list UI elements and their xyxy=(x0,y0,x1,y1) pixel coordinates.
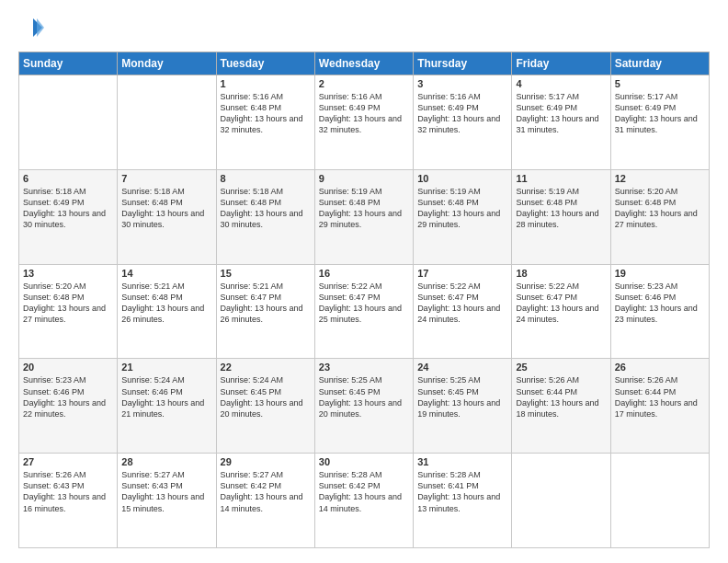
calendar-cell: 4Sunrise: 5:17 AM Sunset: 6:49 PM Daylig… xyxy=(512,75,610,170)
day-number: 2 xyxy=(319,78,409,89)
dow-header-monday: Monday xyxy=(118,52,216,75)
day-detail: Sunrise: 5:16 AM Sunset: 6:49 PM Dayligh… xyxy=(417,91,507,136)
day-detail: Sunrise: 5:19 AM Sunset: 6:48 PM Dayligh… xyxy=(319,186,409,231)
day-detail: Sunrise: 5:23 AM Sunset: 6:46 PM Dayligh… xyxy=(615,281,705,326)
calendar-cell: 21Sunrise: 5:24 AM Sunset: 6:46 PM Dayli… xyxy=(118,359,216,454)
calendar-cell: 3Sunrise: 5:16 AM Sunset: 6:49 PM Daylig… xyxy=(414,75,512,170)
day-detail: Sunrise: 5:27 AM Sunset: 6:42 PM Dayligh… xyxy=(221,469,311,514)
day-number: 8 xyxy=(221,173,311,184)
calendar-cell: 29Sunrise: 5:27 AM Sunset: 6:42 PM Dayli… xyxy=(216,454,314,548)
calendar-cell xyxy=(118,75,216,170)
day-detail: Sunrise: 5:19 AM Sunset: 6:48 PM Dayligh… xyxy=(417,186,507,231)
calendar-cell: 27Sunrise: 5:26 AM Sunset: 6:43 PM Dayli… xyxy=(19,454,118,548)
day-detail: Sunrise: 5:26 AM Sunset: 6:44 PM Dayligh… xyxy=(516,374,606,419)
calendar-cell: 16Sunrise: 5:22 AM Sunset: 6:47 PM Dayli… xyxy=(314,264,413,359)
calendar-cell: 14Sunrise: 5:21 AM Sunset: 6:48 PM Dayli… xyxy=(118,264,216,359)
day-detail: Sunrise: 5:22 AM Sunset: 6:47 PM Dayligh… xyxy=(417,281,507,326)
day-detail: Sunrise: 5:28 AM Sunset: 6:42 PM Dayligh… xyxy=(319,469,409,514)
day-detail: Sunrise: 5:25 AM Sunset: 6:45 PM Dayligh… xyxy=(417,374,507,419)
calendar-cell: 26Sunrise: 5:26 AM Sunset: 6:44 PM Dayli… xyxy=(610,359,709,454)
calendar-cell: 8Sunrise: 5:18 AM Sunset: 6:48 PM Daylig… xyxy=(216,169,314,264)
day-number: 29 xyxy=(221,456,311,467)
day-number: 28 xyxy=(121,456,211,467)
dow-header-sunday: Sunday xyxy=(19,52,118,75)
day-detail: Sunrise: 5:21 AM Sunset: 6:47 PM Dayligh… xyxy=(221,281,311,326)
day-number: 21 xyxy=(121,362,211,373)
logo xyxy=(18,15,48,40)
day-of-week-row: SundayMondayTuesdayWednesdayThursdayFrid… xyxy=(19,52,710,75)
day-detail: Sunrise: 5:24 AM Sunset: 6:46 PM Dayligh… xyxy=(121,374,211,419)
day-detail: Sunrise: 5:24 AM Sunset: 6:45 PM Dayligh… xyxy=(221,374,311,419)
dow-header-friday: Friday xyxy=(512,52,610,75)
calendar-cell: 10Sunrise: 5:19 AM Sunset: 6:48 PM Dayli… xyxy=(414,169,512,264)
day-number: 30 xyxy=(319,456,409,467)
calendar-cell: 23Sunrise: 5:25 AM Sunset: 6:45 PM Dayli… xyxy=(314,359,413,454)
dow-header-tuesday: Tuesday xyxy=(216,52,314,75)
week-row-1: 1Sunrise: 5:16 AM Sunset: 6:48 PM Daylig… xyxy=(19,75,710,170)
calendar-cell: 7Sunrise: 5:18 AM Sunset: 6:48 PM Daylig… xyxy=(118,169,216,264)
day-detail: Sunrise: 5:18 AM Sunset: 6:48 PM Dayligh… xyxy=(121,186,211,231)
calendar-cell: 1Sunrise: 5:16 AM Sunset: 6:48 PM Daylig… xyxy=(216,75,314,170)
calendar-cell: 25Sunrise: 5:26 AM Sunset: 6:44 PM Dayli… xyxy=(512,359,610,454)
week-row-5: 27Sunrise: 5:26 AM Sunset: 6:43 PM Dayli… xyxy=(19,454,710,548)
calendar-cell: 22Sunrise: 5:24 AM Sunset: 6:45 PM Dayli… xyxy=(216,359,314,454)
day-number: 26 xyxy=(615,362,705,373)
day-detail: Sunrise: 5:19 AM Sunset: 6:48 PM Dayligh… xyxy=(516,186,606,231)
svg-marker-1 xyxy=(37,18,44,37)
day-number: 12 xyxy=(615,173,705,184)
day-number: 22 xyxy=(221,362,311,373)
day-number: 27 xyxy=(23,456,113,467)
day-number: 9 xyxy=(319,173,409,184)
calendar-cell: 11Sunrise: 5:19 AM Sunset: 6:48 PM Dayli… xyxy=(512,169,610,264)
calendar-cell xyxy=(610,454,709,548)
calendar-table: SundayMondayTuesdayWednesdayThursdayFrid… xyxy=(18,52,710,548)
dow-header-wednesday: Wednesday xyxy=(314,52,413,75)
dow-header-saturday: Saturday xyxy=(610,52,709,75)
day-number: 14 xyxy=(121,268,211,279)
day-number: 20 xyxy=(23,362,113,373)
day-number: 6 xyxy=(23,173,113,184)
day-detail: Sunrise: 5:18 AM Sunset: 6:48 PM Dayligh… xyxy=(221,186,311,231)
day-number: 24 xyxy=(417,362,507,373)
day-detail: Sunrise: 5:26 AM Sunset: 6:43 PM Dayligh… xyxy=(23,469,113,514)
calendar-cell: 12Sunrise: 5:20 AM Sunset: 6:48 PM Dayli… xyxy=(610,169,709,264)
day-detail: Sunrise: 5:23 AM Sunset: 6:46 PM Dayligh… xyxy=(23,374,113,419)
calendar-cell xyxy=(512,454,610,548)
page: SundayMondayTuesdayWednesdayThursdayFrid… xyxy=(0,0,728,563)
day-detail: Sunrise: 5:22 AM Sunset: 6:47 PM Dayligh… xyxy=(516,281,606,326)
calendar-cell: 6Sunrise: 5:18 AM Sunset: 6:49 PM Daylig… xyxy=(19,169,118,264)
calendar-cell: 30Sunrise: 5:28 AM Sunset: 6:42 PM Dayli… xyxy=(314,454,413,548)
header xyxy=(18,15,710,40)
day-detail: Sunrise: 5:28 AM Sunset: 6:41 PM Dayligh… xyxy=(417,469,507,514)
calendar-cell: 24Sunrise: 5:25 AM Sunset: 6:45 PM Dayli… xyxy=(414,359,512,454)
week-row-4: 20Sunrise: 5:23 AM Sunset: 6:46 PM Dayli… xyxy=(19,359,710,454)
day-number: 4 xyxy=(516,78,606,89)
calendar-cell: 13Sunrise: 5:20 AM Sunset: 6:48 PM Dayli… xyxy=(19,264,118,359)
dow-header-thursday: Thursday xyxy=(414,52,512,75)
calendar-cell: 17Sunrise: 5:22 AM Sunset: 6:47 PM Dayli… xyxy=(414,264,512,359)
day-detail: Sunrise: 5:18 AM Sunset: 6:49 PM Dayligh… xyxy=(23,186,113,231)
calendar-cell: 28Sunrise: 5:27 AM Sunset: 6:43 PM Dayli… xyxy=(118,454,216,548)
day-number: 1 xyxy=(221,78,311,89)
day-detail: Sunrise: 5:17 AM Sunset: 6:49 PM Dayligh… xyxy=(516,91,606,136)
day-number: 11 xyxy=(516,173,606,184)
week-row-2: 6Sunrise: 5:18 AM Sunset: 6:49 PM Daylig… xyxy=(19,169,710,264)
day-number: 7 xyxy=(121,173,211,184)
calendar-cell: 15Sunrise: 5:21 AM Sunset: 6:47 PM Dayli… xyxy=(216,264,314,359)
calendar-cell: 19Sunrise: 5:23 AM Sunset: 6:46 PM Dayli… xyxy=(610,264,709,359)
day-number: 13 xyxy=(23,268,113,279)
day-number: 17 xyxy=(417,268,507,279)
calendar-cell: 31Sunrise: 5:28 AM Sunset: 6:41 PM Dayli… xyxy=(414,454,512,548)
day-detail: Sunrise: 5:20 AM Sunset: 6:48 PM Dayligh… xyxy=(23,281,113,326)
day-number: 5 xyxy=(615,78,705,89)
day-number: 23 xyxy=(319,362,409,373)
day-detail: Sunrise: 5:16 AM Sunset: 6:48 PM Dayligh… xyxy=(221,91,311,136)
day-detail: Sunrise: 5:20 AM Sunset: 6:48 PM Dayligh… xyxy=(615,186,705,231)
calendar-cell: 5Sunrise: 5:17 AM Sunset: 6:49 PM Daylig… xyxy=(610,75,709,170)
day-number: 15 xyxy=(221,268,311,279)
week-row-3: 13Sunrise: 5:20 AM Sunset: 6:48 PM Dayli… xyxy=(19,264,710,359)
day-detail: Sunrise: 5:21 AM Sunset: 6:48 PM Dayligh… xyxy=(121,281,211,326)
day-number: 16 xyxy=(319,268,409,279)
day-detail: Sunrise: 5:26 AM Sunset: 6:44 PM Dayligh… xyxy=(615,374,705,419)
calendar-cell: 9Sunrise: 5:19 AM Sunset: 6:48 PM Daylig… xyxy=(314,169,413,264)
